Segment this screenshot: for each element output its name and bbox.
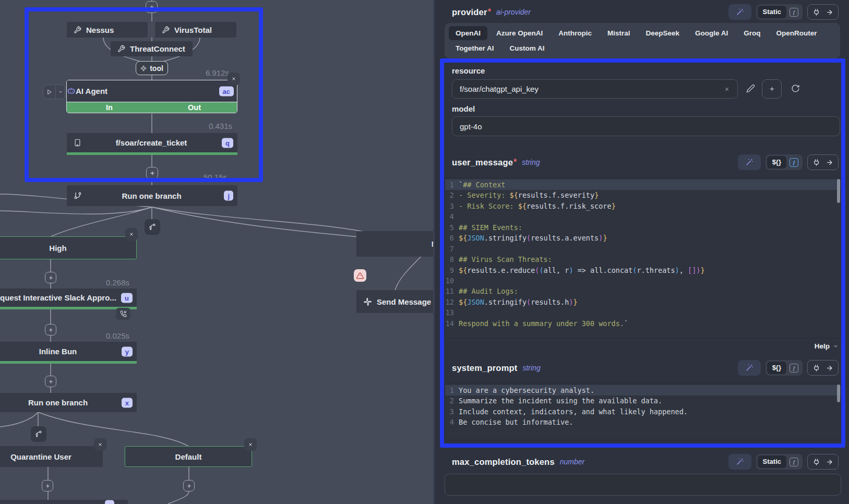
provider-tab[interactable]: Mistral	[601, 26, 637, 40]
arrow-right-icon[interactable]	[826, 159, 833, 166]
ai-generate-button[interactable]	[728, 4, 751, 20]
node-clipped-bottom[interactable]	[0, 500, 128, 504]
arrow-right-icon[interactable]	[826, 458, 833, 466]
step-duration: 50.15s	[204, 173, 227, 182]
field-name: system_prompt	[452, 363, 517, 373]
resource-value: f/soar/chatgpt_api_key	[460, 85, 539, 93]
node-label: M	[432, 239, 433, 248]
add-step-button[interactable]	[45, 376, 56, 387]
agent-out-handle[interactable]: Out	[152, 102, 237, 113]
mode-static[interactable]: Static	[758, 455, 786, 468]
mode-static[interactable]: Static	[758, 6, 786, 18]
node-send-message[interactable]: Send Message	[356, 290, 433, 313]
add-resource-button[interactable]	[762, 79, 782, 99]
arrow-right-icon[interactable]	[826, 8, 833, 16]
refresh-resource-button[interactable]	[791, 84, 800, 93]
node-ai-agent[interactable]: AI Agent ac In Out	[66, 80, 237, 113]
user-message-code-editor[interactable]: 1`## Context2- Severity: ${results.f.sev…	[445, 177, 841, 338]
close-icon[interactable]	[228, 73, 240, 85]
provider-tab[interactable]: Azure OpenAI	[489, 26, 549, 40]
connection-buttons[interactable]	[807, 4, 839, 20]
magic-wand-icon	[745, 158, 754, 166]
agent-in-handle[interactable]: In	[67, 102, 152, 113]
plug-icon[interactable]	[812, 458, 820, 466]
node-label: Default	[175, 452, 202, 461]
provider-tab[interactable]: OpenAI	[449, 26, 487, 40]
ai-generate-button[interactable]	[738, 360, 761, 376]
close-icon[interactable]	[125, 228, 138, 241]
node-label: Send Message	[377, 297, 431, 306]
input-mode-toggle[interactable]: ${} f	[766, 154, 803, 170]
workflow-editor: Nessus VirusTotal ThreatConnect tool 6.9…	[0, 0, 849, 504]
provider-tab[interactable]: Anthropic	[552, 26, 599, 40]
add-step-button[interactable]	[183, 480, 195, 491]
add-branch-button[interactable]	[145, 219, 160, 235]
step-config-panel: provider * ai-provider Static f OpenAIAz	[433, 0, 849, 504]
node-branch-quarantine-user[interactable]: Quarantine User	[0, 446, 103, 467]
plug-icon[interactable]	[812, 8, 820, 16]
provider-tab[interactable]: Groq	[737, 26, 767, 40]
add-step-button[interactable]	[146, 1, 158, 13]
provider-tab[interactable]: Google AI	[688, 26, 735, 40]
add-step-button[interactable]	[45, 324, 56, 335]
add-branch-button[interactable]	[31, 426, 46, 442]
node-label: f/soar/create_ticket	[86, 138, 217, 147]
node-inline-bun[interactable]: Inline Bun y	[0, 342, 137, 361]
provider-tab[interactable]: DeepSeek	[639, 26, 687, 40]
plus-icon	[149, 170, 156, 176]
flow-canvas[interactable]: Nessus VirusTotal ThreatConnect tool 6.9…	[0, 0, 433, 504]
editor-scrollbar[interactable]	[837, 179, 840, 203]
node-create-ticket[interactable]: f/soar/create_ticket q	[67, 133, 237, 152]
provider-tab[interactable]: Custom AI	[503, 41, 552, 55]
input-mode-toggle[interactable]: ${} f	[766, 360, 803, 376]
input-mode-toggle[interactable]: Static f	[756, 4, 803, 20]
add-step-button[interactable]	[146, 167, 158, 179]
user-message-field-header: user_message * string ${} f	[452, 153, 839, 171]
arrow-right-icon[interactable]	[826, 364, 833, 372]
ai-generate-button[interactable]	[738, 154, 761, 170]
node-nessus[interactable]: Nessus	[67, 22, 148, 38]
run-options-chevron-icon[interactable]	[56, 89, 65, 94]
close-icon[interactable]	[244, 438, 257, 451]
clear-resource-icon[interactable]	[724, 86, 730, 92]
node-branch-medium[interactable]: M	[356, 231, 433, 257]
edit-resource-button[interactable]	[746, 84, 755, 93]
model-input[interactable]: gpt-4o	[452, 116, 840, 136]
node-branch-high[interactable]: High	[0, 236, 137, 259]
node-slack-approval[interactable]: quest Interactive Slack Appro... u	[0, 289, 137, 307]
plug-icon[interactable]	[812, 159, 820, 166]
run-step-button[interactable]	[43, 85, 65, 99]
connection-buttons[interactable]	[807, 154, 839, 170]
system-prompt-code-editor[interactable]: 1You are a cybersecurity analyst.2Summar…	[445, 383, 841, 440]
editor-scrollbar[interactable]	[837, 385, 840, 402]
provider-tab[interactable]: Together AI	[449, 41, 501, 55]
plus-icon	[140, 65, 147, 71]
mode-template[interactable]: ${}	[767, 156, 786, 169]
node-run-one-branch[interactable]: Run one branch j	[67, 185, 237, 206]
refresh-icon	[791, 84, 800, 93]
input-mode-toggle[interactable]: Static f	[756, 454, 803, 470]
add-step-button[interactable]	[45, 272, 56, 283]
function-mode-icon[interactable]: f	[790, 458, 798, 466]
close-icon[interactable]	[94, 438, 106, 451]
provider-tab[interactable]: OpenRouter	[770, 26, 824, 40]
code-line: 13	[445, 307, 841, 318]
connection-buttons[interactable]	[807, 454, 839, 470]
add-step-button[interactable]	[42, 480, 53, 491]
plug-icon[interactable]	[812, 364, 820, 372]
function-mode-icon[interactable]: f	[790, 158, 798, 167]
help-dropdown[interactable]: Help	[815, 342, 839, 350]
resource-input[interactable]: f/soar/chatgpt_api_key	[452, 79, 738, 99]
add-tool-button[interactable]: tool	[136, 61, 168, 75]
mode-template[interactable]: ${}	[767, 362, 786, 374]
node-virustotal[interactable]: VirusTotal	[155, 22, 236, 38]
max-tokens-input[interactable]	[445, 474, 841, 496]
node-run-one-branch-2[interactable]: Run one branch x	[0, 393, 137, 412]
ai-generate-button[interactable]	[728, 454, 751, 470]
play-icon[interactable]	[43, 85, 56, 99]
node-branch-default[interactable]: Default	[125, 446, 252, 467]
node-threatconnect[interactable]: ThreatConnect	[111, 41, 193, 56]
function-mode-icon[interactable]: f	[790, 8, 798, 17]
function-mode-icon[interactable]: f	[790, 364, 798, 373]
connection-buttons[interactable]	[807, 360, 839, 376]
